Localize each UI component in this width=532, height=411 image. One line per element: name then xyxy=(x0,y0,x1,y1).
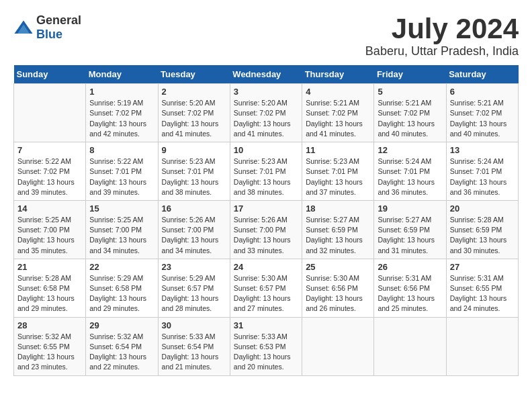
cell-content: Sunrise: 5:32 AM Sunset: 6:54 PM Dayligh… xyxy=(89,332,154,373)
cell-content: Sunrise: 5:23 AM Sunset: 7:01 PM Dayligh… xyxy=(234,156,298,197)
day-number: 25 xyxy=(306,262,370,272)
week-row-4: 21Sunrise: 5:28 AM Sunset: 6:58 PM Dayli… xyxy=(14,259,519,317)
cell-content: Sunrise: 5:19 AM Sunset: 7:02 PM Dayligh… xyxy=(89,98,154,139)
calendar-cell: 9Sunrise: 5:23 AM Sunset: 7:01 PM Daylig… xyxy=(158,142,230,201)
day-number: 18 xyxy=(306,203,370,214)
calendar-cell: 23Sunrise: 5:29 AM Sunset: 6:57 PM Dayli… xyxy=(158,259,230,317)
calendar-cell: 5Sunrise: 5:21 AM Sunset: 7:02 PM Daylig… xyxy=(374,84,446,142)
calendar-cell: 26Sunrise: 5:31 AM Sunset: 6:56 PM Dayli… xyxy=(374,259,446,317)
day-number: 4 xyxy=(306,87,370,97)
calendar-cell: 27Sunrise: 5:31 AM Sunset: 6:55 PM Dayli… xyxy=(446,259,518,317)
calendar-cell: 17Sunrise: 5:26 AM Sunset: 7:00 PM Dayli… xyxy=(230,200,302,259)
logo-general: General xyxy=(36,13,81,27)
cell-content: Sunrise: 5:25 AM Sunset: 7:00 PM Dayligh… xyxy=(89,215,154,256)
calendar-cell: 14Sunrise: 5:25 AM Sunset: 7:00 PM Dayli… xyxy=(14,200,86,259)
calendar-cell: 20Sunrise: 5:28 AM Sunset: 6:59 PM Dayli… xyxy=(446,200,518,259)
cell-content: Sunrise: 5:31 AM Sunset: 6:56 PM Dayligh… xyxy=(378,273,442,314)
week-row-1: 1Sunrise: 5:19 AM Sunset: 7:02 PM Daylig… xyxy=(14,84,519,142)
calendar-cell: 4Sunrise: 5:21 AM Sunset: 7:02 PM Daylig… xyxy=(302,84,374,142)
calendar-cell xyxy=(374,317,446,375)
calendar-cell: 13Sunrise: 5:24 AM Sunset: 7:01 PM Dayli… xyxy=(446,142,518,201)
calendar-cell: 19Sunrise: 5:27 AM Sunset: 6:59 PM Dayli… xyxy=(374,200,446,259)
month-title: July 2024 xyxy=(365,13,519,44)
calendar-cell: 10Sunrise: 5:23 AM Sunset: 7:01 PM Dayli… xyxy=(230,142,302,201)
header-cell-friday: Friday xyxy=(374,65,446,84)
cell-content: Sunrise: 5:24 AM Sunset: 7:01 PM Dayligh… xyxy=(450,156,515,197)
location-title: Baberu, Uttar Pradesh, India xyxy=(365,44,519,58)
header-cell-wednesday: Wednesday xyxy=(230,65,302,84)
calendar-cell: 25Sunrise: 5:30 AM Sunset: 6:56 PM Dayli… xyxy=(302,259,374,317)
calendar-cell: 28Sunrise: 5:32 AM Sunset: 6:55 PM Dayli… xyxy=(14,317,86,375)
day-number: 21 xyxy=(17,262,82,272)
calendar-cell xyxy=(14,84,86,142)
cell-content: Sunrise: 5:27 AM Sunset: 6:59 PM Dayligh… xyxy=(378,215,442,256)
calendar-cell: 1Sunrise: 5:19 AM Sunset: 7:02 PM Daylig… xyxy=(86,84,158,142)
cell-content: Sunrise: 5:28 AM Sunset: 6:58 PM Dayligh… xyxy=(17,273,82,314)
header-cell-sunday: Sunday xyxy=(14,65,86,84)
calendar-cell: 22Sunrise: 5:29 AM Sunset: 6:58 PM Dayli… xyxy=(86,259,158,317)
calendar-cell: 6Sunrise: 5:21 AM Sunset: 7:02 PM Daylig… xyxy=(446,84,518,142)
cell-content: Sunrise: 5:22 AM Sunset: 7:01 PM Dayligh… xyxy=(89,156,154,197)
day-number: 29 xyxy=(89,320,154,330)
calendar-cell: 7Sunrise: 5:22 AM Sunset: 7:02 PM Daylig… xyxy=(14,142,86,201)
calendar-cell: 8Sunrise: 5:22 AM Sunset: 7:01 PM Daylig… xyxy=(86,142,158,201)
week-row-5: 28Sunrise: 5:32 AM Sunset: 6:55 PM Dayli… xyxy=(14,317,519,375)
day-number: 22 xyxy=(89,262,154,272)
logo-icon xyxy=(13,19,34,36)
calendar-cell: 16Sunrise: 5:26 AM Sunset: 7:00 PM Dayli… xyxy=(158,200,230,259)
cell-content: Sunrise: 5:24 AM Sunset: 7:01 PM Dayligh… xyxy=(378,156,442,197)
cell-content: Sunrise: 5:27 AM Sunset: 6:59 PM Dayligh… xyxy=(306,215,370,256)
day-number: 11 xyxy=(306,145,370,155)
cell-content: Sunrise: 5:22 AM Sunset: 7:02 PM Dayligh… xyxy=(17,156,82,197)
cell-content: Sunrise: 5:29 AM Sunset: 6:58 PM Dayligh… xyxy=(89,273,154,314)
calendar-cell: 24Sunrise: 5:30 AM Sunset: 6:57 PM Dayli… xyxy=(230,259,302,317)
day-number: 8 xyxy=(89,145,154,155)
calendar-cell: 21Sunrise: 5:28 AM Sunset: 6:58 PM Dayli… xyxy=(14,259,86,317)
calendar-cell: 11Sunrise: 5:23 AM Sunset: 7:01 PM Dayli… xyxy=(302,142,374,201)
day-number: 30 xyxy=(162,320,226,330)
cell-content: Sunrise: 5:20 AM Sunset: 7:02 PM Dayligh… xyxy=(162,98,226,139)
calendar-cell: 18Sunrise: 5:27 AM Sunset: 6:59 PM Dayli… xyxy=(302,200,374,259)
day-number: 12 xyxy=(378,145,442,155)
cell-content: Sunrise: 5:25 AM Sunset: 7:00 PM Dayligh… xyxy=(17,215,82,256)
day-number: 23 xyxy=(162,262,226,272)
calendar-cell xyxy=(446,317,518,375)
cell-content: Sunrise: 5:29 AM Sunset: 6:57 PM Dayligh… xyxy=(162,273,226,314)
day-number: 20 xyxy=(450,203,515,214)
logo-blue: Blue xyxy=(36,28,62,41)
day-number: 9 xyxy=(162,145,226,155)
cell-content: Sunrise: 5:30 AM Sunset: 6:56 PM Dayligh… xyxy=(306,273,370,314)
day-number: 5 xyxy=(378,87,442,97)
calendar-cell: 30Sunrise: 5:33 AM Sunset: 6:54 PM Dayli… xyxy=(158,317,230,375)
cell-content: Sunrise: 5:33 AM Sunset: 6:53 PM Dayligh… xyxy=(234,332,298,373)
cell-content: Sunrise: 5:21 AM Sunset: 7:02 PM Dayligh… xyxy=(306,98,370,139)
day-number: 16 xyxy=(162,203,226,214)
cell-content: Sunrise: 5:21 AM Sunset: 7:02 PM Dayligh… xyxy=(378,98,442,139)
calendar-cell: 3Sunrise: 5:20 AM Sunset: 7:02 PM Daylig… xyxy=(230,84,302,142)
cell-content: Sunrise: 5:26 AM Sunset: 7:00 PM Dayligh… xyxy=(162,215,226,256)
header-cell-monday: Monday xyxy=(86,65,158,84)
cell-content: Sunrise: 5:33 AM Sunset: 6:54 PM Dayligh… xyxy=(162,332,226,373)
day-number: 24 xyxy=(234,262,298,272)
cell-content: Sunrise: 5:20 AM Sunset: 7:02 PM Dayligh… xyxy=(234,98,298,139)
cell-content: Sunrise: 5:28 AM Sunset: 6:59 PM Dayligh… xyxy=(450,215,515,256)
calendar-cell: 12Sunrise: 5:24 AM Sunset: 7:01 PM Dayli… xyxy=(374,142,446,201)
calendar-cell: 31Sunrise: 5:33 AM Sunset: 6:53 PM Dayli… xyxy=(230,317,302,375)
day-number: 2 xyxy=(162,87,226,97)
day-number: 1 xyxy=(89,87,154,97)
day-number: 7 xyxy=(17,145,82,155)
day-number: 3 xyxy=(234,87,298,97)
day-number: 17 xyxy=(234,203,298,214)
logo: General Blue xyxy=(13,13,81,42)
day-number: 31 xyxy=(234,320,298,330)
day-number: 15 xyxy=(89,203,154,214)
header-row: SundayMondayTuesdayWednesdayThursdayFrid… xyxy=(14,65,519,84)
cell-content: Sunrise: 5:23 AM Sunset: 7:01 PM Dayligh… xyxy=(306,156,370,197)
week-row-3: 14Sunrise: 5:25 AM Sunset: 7:00 PM Dayli… xyxy=(14,200,519,259)
cell-content: Sunrise: 5:31 AM Sunset: 6:55 PM Dayligh… xyxy=(450,273,515,314)
calendar-cell: 29Sunrise: 5:32 AM Sunset: 6:54 PM Dayli… xyxy=(86,317,158,375)
cell-content: Sunrise: 5:26 AM Sunset: 7:00 PM Dayligh… xyxy=(234,215,298,256)
header-cell-thursday: Thursday xyxy=(302,65,374,84)
day-number: 13 xyxy=(450,145,515,155)
header-cell-tuesday: Tuesday xyxy=(158,65,230,84)
